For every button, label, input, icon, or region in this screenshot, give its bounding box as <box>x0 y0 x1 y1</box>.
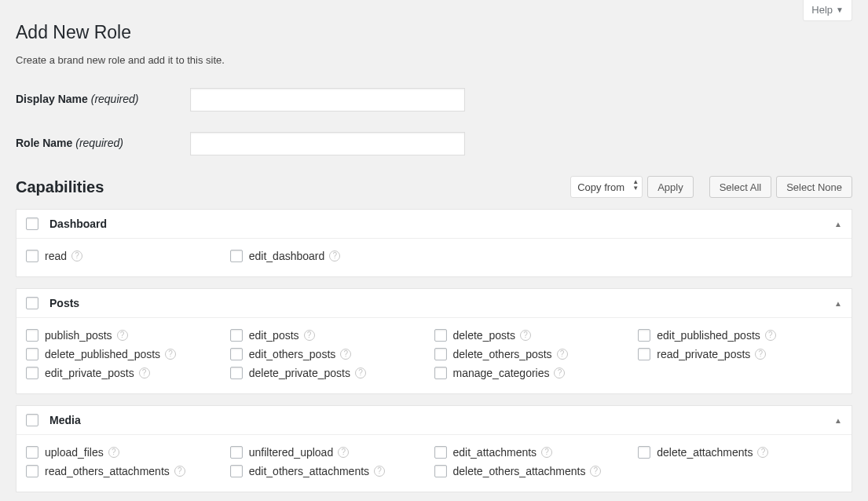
capability-item[interactable]: read_private_posts? <box>638 345 842 364</box>
capability-item[interactable]: delete_attachments? <box>638 443 842 462</box>
capability-checkbox[interactable] <box>26 446 38 459</box>
capability-label: edit_posts <box>249 329 299 342</box>
info-icon[interactable]: ? <box>108 447 119 458</box>
info-icon[interactable]: ? <box>757 447 768 458</box>
info-icon[interactable]: ? <box>174 466 185 477</box>
capability-label: delete_published_posts <box>45 348 160 360</box>
info-icon[interactable]: ? <box>541 447 552 458</box>
capability-item[interactable]: read_others_attachments? <box>26 462 230 481</box>
capability-item[interactable]: edit_others_attachments? <box>230 462 434 481</box>
select-all-button[interactable]: Select All <box>709 176 771 198</box>
group-body: upload_files?unfiltered_upload?edit_atta… <box>16 435 852 492</box>
group-checkbox[interactable] <box>26 218 38 230</box>
capability-checkbox[interactable] <box>638 446 650 459</box>
capability-group: Media▲upload_files?unfiltered_upload?edi… <box>16 405 852 492</box>
capability-checkbox[interactable] <box>230 250 243 262</box>
group-header[interactable]: Media▲ <box>16 406 852 435</box>
page-description: Create a brand new role and add it to th… <box>16 54 852 66</box>
capability-item[interactable]: unfiltered_upload? <box>230 443 434 462</box>
capability-checkbox[interactable] <box>434 348 447 360</box>
capabilities-heading: Capabilities <box>16 178 570 196</box>
info-icon[interactable]: ? <box>765 330 776 341</box>
group-body: publish_posts?edit_posts?delete_posts?ed… <box>16 318 852 393</box>
capability-item[interactable]: delete_published_posts? <box>26 345 230 364</box>
capability-checkbox[interactable] <box>26 348 38 360</box>
help-tab[interactable]: Help ▼ <box>803 0 852 21</box>
capability-checkbox[interactable] <box>26 329 38 342</box>
apply-button[interactable]: Apply <box>647 176 694 198</box>
role-name-input[interactable] <box>190 132 465 155</box>
info-icon[interactable]: ? <box>355 368 366 378</box>
info-icon[interactable]: ? <box>71 251 82 261</box>
collapse-icon[interactable]: ▲ <box>834 299 842 308</box>
select-stepper-icon: ▲▼ <box>632 179 639 192</box>
capability-label: edit_dashboard <box>249 250 325 262</box>
info-icon[interactable]: ? <box>520 330 531 341</box>
capability-item[interactable]: delete_posts? <box>434 326 639 345</box>
info-icon[interactable]: ? <box>340 349 351 360</box>
group-header[interactable]: Dashboard▲ <box>16 210 852 239</box>
capability-item[interactable]: manage_categories? <box>434 364 639 382</box>
info-icon[interactable]: ? <box>165 349 176 360</box>
capability-checkbox[interactable] <box>26 465 38 477</box>
copy-from-select[interactable]: Copy from ▲▼ <box>570 176 643 198</box>
capability-checkbox[interactable] <box>638 329 650 342</box>
info-icon[interactable]: ? <box>338 447 349 458</box>
capability-item[interactable]: read? <box>26 247 230 265</box>
group-title: Dashboard <box>49 218 834 230</box>
info-icon[interactable]: ? <box>374 466 385 477</box>
capability-checkbox[interactable] <box>230 348 243 360</box>
group-checkbox[interactable] <box>26 297 38 309</box>
capability-checkbox[interactable] <box>434 446 447 459</box>
info-icon[interactable]: ? <box>329 251 340 261</box>
capability-item[interactable]: upload_files? <box>26 443 230 462</box>
capability-label: edit_others_posts <box>249 348 336 360</box>
collapse-icon[interactable]: ▲ <box>834 220 842 229</box>
capability-checkbox[interactable] <box>638 348 650 360</box>
capability-label: unfiltered_upload <box>249 446 333 459</box>
capability-checkbox[interactable] <box>230 446 243 459</box>
capability-item[interactable]: edit_posts? <box>230 326 434 345</box>
capability-checkbox[interactable] <box>230 367 243 379</box>
info-icon[interactable]: ? <box>139 368 150 378</box>
group-body: read?edit_dashboard? <box>16 239 852 276</box>
group-title: Posts <box>49 297 834 309</box>
capability-item[interactable]: delete_others_attachments? <box>434 462 639 481</box>
capability-label: delete_attachments <box>657 446 753 459</box>
info-icon[interactable]: ? <box>304 330 315 341</box>
collapse-icon[interactable]: ▲ <box>834 416 842 425</box>
display-name-input[interactable] <box>190 88 465 112</box>
group-header[interactable]: Posts▲ <box>16 289 852 318</box>
capability-item[interactable]: edit_published_posts? <box>638 326 842 345</box>
capability-item[interactable]: delete_private_posts? <box>230 364 434 382</box>
capability-label: delete_others_attachments <box>453 465 586 477</box>
info-icon[interactable]: ? <box>590 466 601 477</box>
capability-item[interactable]: edit_attachments? <box>434 443 639 462</box>
capability-item[interactable]: edit_others_posts? <box>230 345 434 364</box>
group-checkbox[interactable] <box>26 414 38 426</box>
capability-checkbox[interactable] <box>230 329 243 342</box>
info-icon[interactable]: ? <box>554 368 565 378</box>
help-label: Help <box>811 4 833 16</box>
capability-item[interactable]: edit_dashboard? <box>230 247 434 265</box>
capability-group: Posts▲publish_posts?edit_posts?delete_po… <box>16 288 852 394</box>
capability-item[interactable]: publish_posts? <box>26 326 230 345</box>
info-icon[interactable]: ? <box>557 349 568 360</box>
capability-checkbox[interactable] <box>434 367 447 379</box>
capability-checkbox[interactable] <box>434 329 447 342</box>
capability-checkbox[interactable] <box>230 465 243 477</box>
capability-label: delete_others_posts <box>453 348 552 360</box>
info-icon[interactable]: ? <box>755 349 766 360</box>
capability-checkbox[interactable] <box>26 250 38 262</box>
capability-checkbox[interactable] <box>434 465 447 477</box>
capability-item[interactable]: edit_private_posts? <box>26 364 230 382</box>
capability-item[interactable]: delete_others_posts? <box>434 345 639 364</box>
display-name-label: Display Name (required) <box>16 88 190 112</box>
capability-label: edit_private_posts <box>45 367 134 379</box>
select-none-button[interactable]: Select None <box>776 176 852 198</box>
capability-checkbox[interactable] <box>26 367 38 379</box>
role-name-label: Role Name (required) <box>16 132 190 155</box>
page-title: Add New Role <box>16 22 852 43</box>
capability-label: upload_files <box>45 446 104 459</box>
info-icon[interactable]: ? <box>117 330 128 341</box>
